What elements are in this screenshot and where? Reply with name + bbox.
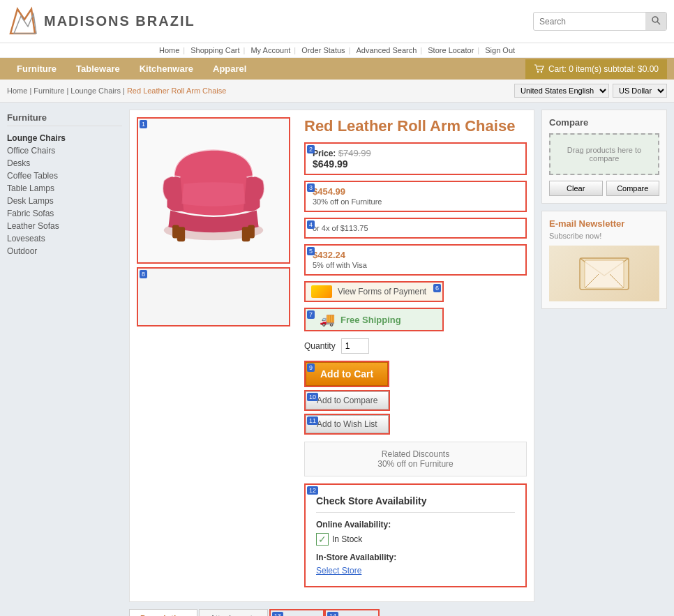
badge-14: 14: [327, 612, 338, 616]
in-stock-text: In Stock: [332, 534, 362, 544]
sidebar-item-outdoor[interactable]: Outdoor: [7, 245, 122, 257]
language-select[interactable]: United States English: [514, 84, 609, 98]
sidebar-item-leather-sofas[interactable]: Leather Sofas: [7, 220, 122, 232]
compare-buttons: Clear Compare: [549, 181, 659, 196]
sidebar-item-office-chairs[interactable]: Office Chairs: [7, 144, 122, 157]
newsletter-box: E-mail Newsletter Subscribe now!: [541, 211, 667, 309]
payment-forms-text: View Forms of Payment: [338, 287, 426, 296]
price-visa: $432.24: [313, 250, 345, 260]
nav-sign-out[interactable]: Sign Out: [485, 46, 515, 54]
cart-text: Cart: 0 item(s) subtotal: $0.00: [548, 64, 659, 74]
discount-box: 3 $454.99 30% off on Furniture: [304, 181, 527, 212]
product-images: 1: [137, 117, 294, 594]
compare-title: Compare: [549, 117, 659, 128]
cat-furniture[interactable]: Furniture: [7, 58, 66, 80]
newsletter-subtitle: Subscribe now!: [549, 232, 659, 240]
tab-list: Description Attachments 13 14: [129, 609, 534, 616]
right-sidebar: Compare Drag products here to compare Cl…: [541, 110, 667, 616]
nav-home[interactable]: Home: [159, 46, 179, 54]
price-current: $649.99: [313, 158, 348, 170]
logo[interactable]: MADISONS BRAZIL: [7, 6, 195, 37]
visa-box: 5 $432.24 5% off with Visa: [304, 244, 527, 276]
tab-description[interactable]: Description: [129, 609, 197, 616]
quantity-label: Quantity: [304, 341, 336, 351]
add-to-cart-button[interactable]: Add to Cart: [306, 362, 388, 386]
price-box: 2 Price: $749.99 $649.99: [304, 142, 527, 175]
sidebar-list: Lounge Chairs Office Chairs Desks Coffee…: [7, 132, 122, 257]
add-to-wishlist-box: 11 Add to Wish List: [304, 414, 390, 435]
product-title: Red Leather Roll Arm Chaise: [304, 117, 527, 135]
compare-box: Compare Drag products here to compare Cl…: [541, 110, 667, 204]
checkmark-icon: ✓: [316, 533, 329, 546]
search-box[interactable]: [533, 12, 667, 31]
svg-point-4: [537, 70, 539, 72]
currency-select[interactable]: US Dollar: [613, 84, 667, 98]
badge-1: 1: [140, 120, 147, 128]
clear-compare-button[interactable]: Clear: [549, 181, 603, 196]
locale-selector: United States English US Dollar: [514, 84, 667, 98]
badge-13: 13: [272, 612, 283, 616]
select-store-link[interactable]: Select Store: [316, 566, 361, 576]
badge-6: 6: [433, 284, 441, 292]
quantity-input[interactable]: [341, 338, 369, 354]
related-discounts: Related Discounts 30% off on Furniture: [304, 442, 527, 476]
badge-10: 10: [307, 393, 318, 401]
main-product-image[interactable]: 1: [137, 117, 290, 264]
header: MADISONS BRAZIL: [0, 0, 674, 43]
newsletter-title: E-mail Newsletter: [549, 218, 659, 229]
badge-4: 4: [307, 220, 315, 229]
store-availability: 12 Check Store Availability Online Avail…: [304, 483, 527, 587]
visa-label: 5% off with Visa: [313, 261, 367, 269]
sidebar-item-loveseats[interactable]: Loveseats: [7, 232, 122, 245]
breadcrumb-furniture[interactable]: Furniture: [33, 87, 64, 95]
in-stock-status: ✓ In Stock: [316, 533, 515, 546]
price-installment: or 4x of $113.75: [313, 224, 368, 232]
online-avail-label: Online Availability:: [316, 520, 515, 529]
cart-info[interactable]: Cart: 0 item(s) subtotal: $0.00: [525, 59, 667, 79]
badge-9: 9: [307, 363, 315, 372]
nav-store-locator[interactable]: Store Locator: [428, 46, 474, 54]
product-details: Red Leather Roll Arm Chaise 2 Price: $74…: [304, 117, 527, 594]
cat-kitchenware[interactable]: Kitchenware: [130, 58, 203, 80]
payment-forms-link[interactable]: View Forms of Payment 6: [304, 281, 444, 302]
sidebar-item-desk-lamps[interactable]: Desk Lamps: [7, 195, 122, 207]
sidebar-item-table-lamps[interactable]: Table Lamps: [7, 182, 122, 195]
search-button[interactable]: [645, 13, 666, 30]
badge-12: 12: [307, 486, 318, 495]
nav-cart[interactable]: Shopping Cart: [190, 46, 239, 54]
sidebar-item-fabric-sofas[interactable]: Fabric Sofas: [7, 207, 122, 220]
nav-order-status[interactable]: Order Status: [301, 46, 345, 54]
related-discounts-title: Related Discounts: [312, 449, 519, 459]
cat-apparel[interactable]: Apparel: [203, 58, 256, 80]
badge-11: 11: [307, 416, 318, 425]
svg-point-2: [652, 17, 658, 22]
nav-account[interactable]: My Account: [250, 46, 290, 54]
breadcrumb-home[interactable]: Home: [7, 87, 27, 95]
main-layout: Furniture Lounge Chairs Office Chairs De…: [0, 103, 674, 616]
cat-tableware[interactable]: Tableware: [66, 58, 130, 80]
product-section: 1: [129, 110, 534, 602]
logo-text: MADISONS BRAZIL: [44, 13, 195, 29]
compare-button[interactable]: Compare: [606, 181, 660, 196]
newsletter-image: [549, 246, 659, 301]
thumbnail-image[interactable]: 8: [137, 267, 290, 326]
payment-card-icon: [311, 285, 332, 298]
badge-8: 8: [140, 270, 147, 278]
nav-advanced-search[interactable]: Advanced Search: [357, 46, 417, 54]
cart-icon: [534, 63, 545, 75]
svg-rect-12: [585, 260, 624, 288]
sidebar-item-lounge-chairs[interactable]: Lounge Chairs: [7, 132, 122, 144]
tab-13-box: 13: [269, 609, 324, 616]
search-icon: [651, 15, 661, 25]
svg-rect-9: [172, 225, 179, 238]
tab-attachments[interactable]: Attachments: [199, 609, 268, 616]
search-input[interactable]: [534, 14, 645, 29]
sidebar-item-coffee-tables[interactable]: Coffee Tables: [7, 170, 122, 182]
category-nav: Furniture Tableware Kitchenware Apparel …: [0, 58, 674, 80]
breadcrumb: Home | Furniture | Lounge Chairs | Red L…: [7, 87, 226, 95]
breadcrumb-lounge-chairs[interactable]: Lounge Chairs: [70, 87, 121, 95]
envelope-icon: [576, 255, 632, 293]
svg-line-3: [657, 22, 660, 24]
badge-7: 7: [307, 310, 315, 319]
sidebar-item-desks[interactable]: Desks: [7, 157, 122, 170]
